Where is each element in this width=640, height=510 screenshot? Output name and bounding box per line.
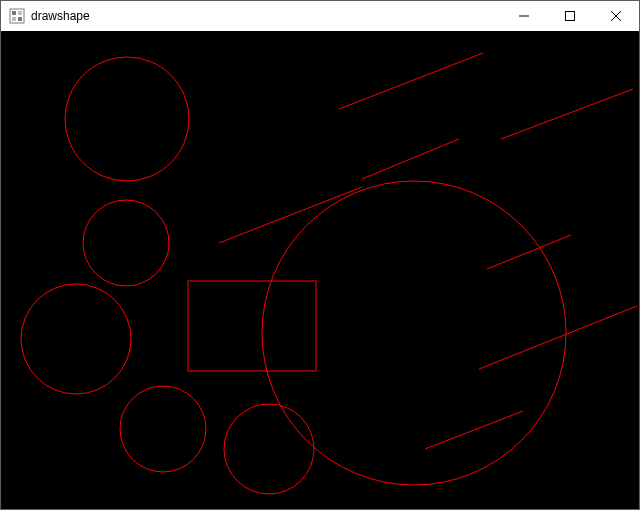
shape-line xyxy=(339,53,483,109)
shape-line xyxy=(487,235,571,269)
minimize-icon xyxy=(519,11,529,21)
window-title: drawshape xyxy=(31,9,501,23)
svg-rect-2 xyxy=(18,11,22,15)
shape-circle xyxy=(224,404,314,494)
drawing-canvas[interactable] xyxy=(1,31,639,509)
shape-circle xyxy=(120,386,206,472)
shape-circle xyxy=(65,57,189,181)
window-controls xyxy=(501,1,639,31)
shape-line xyxy=(219,187,362,243)
canvas-svg xyxy=(1,31,639,509)
shape-circle xyxy=(21,284,131,394)
svg-rect-1 xyxy=(12,11,16,15)
close-button[interactable] xyxy=(593,1,639,31)
shape-circle xyxy=(83,200,169,286)
shape-line xyxy=(501,89,633,139)
shape-circle xyxy=(262,181,566,485)
svg-line-7 xyxy=(611,11,621,21)
shape-rect xyxy=(188,281,316,371)
svg-rect-3 xyxy=(12,17,16,21)
title-bar[interactable]: drawshape xyxy=(1,1,639,31)
maximize-icon xyxy=(565,11,575,21)
shape-line xyxy=(425,411,523,449)
shape-line xyxy=(479,306,637,369)
close-icon xyxy=(611,11,621,21)
svg-rect-6 xyxy=(566,12,575,21)
app-icon xyxy=(9,8,25,24)
svg-rect-4 xyxy=(18,17,22,21)
shape-line xyxy=(362,139,459,179)
svg-line-8 xyxy=(611,11,621,21)
maximize-button[interactable] xyxy=(547,1,593,31)
minimize-button[interactable] xyxy=(501,1,547,31)
app-window: drawshape xyxy=(0,0,640,510)
